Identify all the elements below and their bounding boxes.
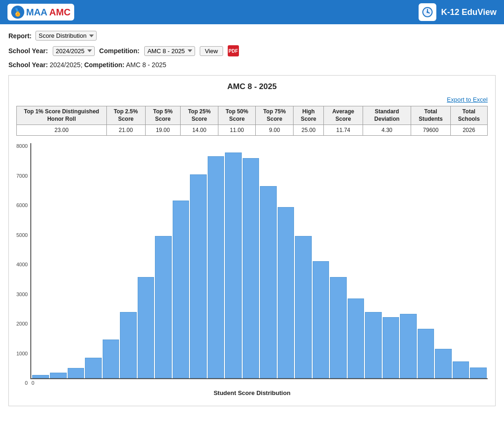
- bar: [470, 368, 487, 378]
- svg-point-1: [427, 11, 428, 13]
- competition-select[interactable]: AMC 8 - 2025: [144, 46, 195, 56]
- report-title: AMC 8 - 2025: [16, 82, 488, 91]
- bar: [225, 153, 242, 378]
- logo-maa: MAA: [26, 7, 48, 18]
- table-header-row: Top 1% Score Distinguished Honor RollTop…: [17, 106, 488, 125]
- export-to-excel-link[interactable]: Export to Excel: [16, 96, 488, 103]
- table-data-cell: 21.00: [106, 125, 145, 136]
- bar: [155, 236, 172, 379]
- x-axis-zero: 0: [30, 379, 488, 386]
- bars-wrapper: 0: [30, 143, 488, 386]
- table-header-cell: Top 75% Score: [256, 106, 294, 125]
- bar: [32, 375, 49, 379]
- pdf-icon: PDF: [229, 49, 238, 54]
- table-data-cell: 25.00: [293, 125, 323, 136]
- table-header-cell: Top 5% Score: [145, 106, 181, 125]
- bar: [278, 207, 294, 378]
- table-data-cell: 4.30: [363, 125, 411, 136]
- bar: [138, 277, 154, 378]
- bar: [383, 317, 399, 378]
- table-data-row: 23.0021.0019.0014.0011.009.0025.0011.744…: [17, 125, 488, 136]
- table-data-cell: 19.00: [145, 125, 181, 136]
- report-row: Report: Score DistributionPercentile Rep…: [8, 31, 496, 41]
- filter-row: School Year: 2024/2025 Competition: AMC …: [8, 45, 496, 56]
- bar: [50, 373, 67, 379]
- bar: [173, 201, 189, 378]
- bar: [313, 261, 329, 378]
- chart-container: 800070006000500040003000200010000 0 Stud…: [16, 143, 488, 399]
- view-button[interactable]: View: [200, 46, 223, 56]
- y-axis-label: 1000: [16, 351, 28, 356]
- chart-area: 800070006000500040003000200010000 0: [16, 143, 488, 386]
- bar: [400, 314, 417, 379]
- y-axis: 800070006000500040003000200010000: [16, 143, 30, 386]
- y-axis-label: 7000: [16, 173, 28, 179]
- table-data-cell: 11.74: [324, 125, 363, 136]
- bar: [295, 236, 312, 379]
- table-data-cell: 14.00: [181, 125, 218, 136]
- bar: [435, 349, 452, 378]
- bar: [348, 298, 364, 378]
- bars-inner: [30, 143, 488, 379]
- y-axis-label: 4000: [16, 262, 28, 267]
- y-axis-label: 3000: [16, 291, 28, 297]
- table-data-cell: 2026: [450, 125, 488, 136]
- bar: [453, 361, 469, 379]
- school-year-label: School Year:: [8, 47, 48, 55]
- report-label: Report:: [8, 32, 32, 40]
- info-school-year-value: 2024/2025: [49, 61, 80, 69]
- y-axis-label: 6000: [16, 202, 28, 208]
- report-panel: AMC 8 - 2025 Export to Excel Top 1% Scor…: [8, 75, 496, 406]
- bar: [260, 186, 277, 379]
- school-year-select[interactable]: 2024/2025: [53, 46, 95, 56]
- app-header: 🏅 MAA AMC K-12 EduView: [0, 0, 504, 24]
- info-competition-value: AMC 8 - 2025: [126, 61, 166, 69]
- header-right: K-12 EduView: [419, 3, 497, 21]
- table-header-cell: Top 2.5% Score: [106, 106, 145, 125]
- y-axis-label: 8000: [16, 143, 28, 149]
- logo-amc: AMC: [49, 7, 71, 18]
- table-header-cell: Average Score: [324, 106, 363, 125]
- table-header-cell: Total Students: [411, 106, 450, 125]
- main-content: Report: Score DistributionPercentile Rep…: [0, 24, 504, 413]
- y-axis-label: 0: [25, 380, 28, 386]
- info-school-year-label: School Year:: [8, 61, 48, 69]
- bar: [85, 358, 102, 378]
- table-header-cell: Top 1% Score Distinguished Honor Roll: [17, 106, 107, 125]
- y-axis-label: 5000: [16, 232, 28, 238]
- bar: [190, 174, 207, 378]
- table-header-cell: Total Schools: [450, 106, 488, 125]
- table-header-cell: Standard Deviation: [363, 106, 411, 125]
- competition-label: Competition:: [99, 47, 140, 55]
- bar: [330, 277, 347, 378]
- bar: [243, 158, 259, 379]
- table-data-cell: 9.00: [256, 125, 294, 136]
- chart-title: Student Score Distribution: [16, 389, 488, 396]
- logo-icon: 🏅: [11, 6, 24, 19]
- maa-logo-box: 🏅 MAA AMC: [7, 4, 74, 21]
- logo-area: 🏅 MAA AMC: [7, 4, 74, 21]
- stats-table: Top 1% Score Distinguished Honor RollTop…: [16, 106, 488, 136]
- bar: [208, 156, 224, 378]
- pdf-button[interactable]: PDF: [228, 45, 239, 56]
- table-header-cell: Top 25% Score: [181, 106, 218, 125]
- k12-icon: [419, 3, 436, 21]
- table-header-cell: Top 50% Score: [218, 106, 256, 125]
- table-data-cell: 11.00: [218, 125, 256, 136]
- table-data-cell: 23.00: [17, 125, 107, 136]
- y-axis-label: 2000: [16, 321, 28, 326]
- bar: [103, 340, 119, 378]
- info-competition-label: Competition:: [84, 61, 124, 69]
- bar: [365, 312, 382, 378]
- bar: [68, 368, 84, 378]
- table-data-cell: 79600: [411, 125, 450, 136]
- info-line: School Year: 2024/2025; Competition: AMC…: [8, 61, 496, 69]
- table-header-cell: High Score: [293, 106, 323, 125]
- report-select[interactable]: Score DistributionPercentile ReportSchoo…: [35, 31, 97, 41]
- app-name: K-12 EduView: [441, 7, 497, 17]
- bar: [120, 312, 137, 378]
- bar: [418, 329, 434, 378]
